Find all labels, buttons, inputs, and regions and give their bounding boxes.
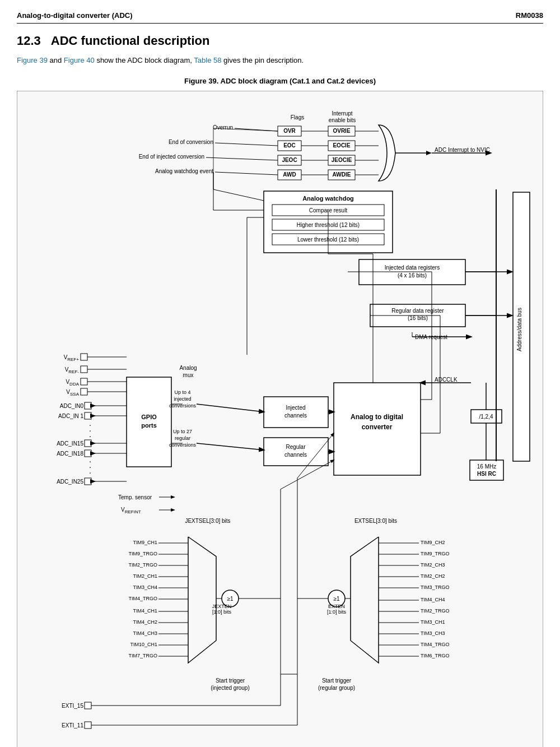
- svg-text:HSI RC: HSI RC: [477, 471, 496, 477]
- svg-text:ADC_IN15: ADC_IN15: [57, 440, 83, 447]
- svg-text:ADC Interrupt to NVIC: ADC Interrupt to NVIC: [435, 147, 490, 153]
- svg-text:TIM2_CH1: TIM2_CH1: [133, 573, 157, 579]
- svg-text:≥1: ≥1: [333, 596, 339, 602]
- svg-marker-114: [90, 414, 96, 418]
- svg-marker-28: [426, 151, 432, 155]
- svg-text:TIM4_TRGO: TIM4_TRGO: [421, 642, 450, 647]
- svg-rect-96: [81, 354, 87, 360]
- svg-text:VREF-: VREF-: [65, 366, 80, 374]
- page: Analog-to-digital converter (ADC) RM0038…: [0, 0, 560, 747]
- svg-text:mux: mux: [183, 372, 194, 378]
- svg-text:≥1: ≥1: [227, 596, 233, 602]
- svg-text:TIM3_CH3: TIM3_CH3: [421, 630, 445, 636]
- svg-line-141: [197, 404, 264, 412]
- svg-text:TIM4_CH4: TIM4_CH4: [421, 597, 445, 602]
- section-number: 12.3: [17, 34, 41, 48]
- svg-text:Analog: Analog: [179, 365, 197, 371]
- svg-text:Injected: Injected: [286, 405, 305, 411]
- svg-text:TIM4_CH1: TIM4_CH1: [133, 608, 157, 614]
- svg-text:Regular: Regular: [286, 444, 306, 450]
- svg-text:(injected group): (injected group): [211, 685, 249, 691]
- svg-text:TIM10_CH1: TIM10_CH1: [130, 642, 157, 647]
- svg-text:/1,2,4: /1,2,4: [479, 414, 493, 420]
- svg-text:Overrun: Overrun: [213, 124, 233, 131]
- section-heading: 12.3 ADC functional description: [17, 34, 543, 48]
- svg-text:TIM3_TRGO: TIM3_TRGO: [421, 584, 450, 590]
- svg-text:EOC: EOC: [283, 142, 296, 149]
- svg-text:Regular data register: Regular data register: [391, 308, 444, 314]
- svg-text:End of injected conversion: End of injected conversion: [139, 154, 204, 160]
- svg-marker-125: [90, 451, 96, 456]
- section-title: ADC functional description: [51, 34, 210, 48]
- svg-marker-121: [90, 441, 96, 446]
- svg-text:TIM4_TRGO: TIM4_TRGO: [128, 596, 157, 601]
- svg-text:TIM9_TRGO: TIM9_TRGO: [128, 551, 157, 556]
- svg-text:TIM3_CH1: TIM3_CH1: [421, 619, 445, 625]
- svg-marker-110: [90, 403, 96, 408]
- svg-text:ADC_IN0: ADC_IN0: [60, 403, 84, 409]
- svg-text:ADC_IN18: ADC_IN18: [57, 451, 83, 457]
- svg-text:OVRIE: OVRIE: [333, 128, 350, 134]
- svg-text:VREF+: VREF+: [64, 354, 80, 362]
- svg-rect-220: [85, 722, 91, 729]
- figure-title: Figure 39. ADC block diagram (Cat.1 and …: [17, 77, 543, 85]
- svg-line-38: [215, 172, 278, 175]
- svg-rect-105: [81, 388, 87, 395]
- svg-text:EOCIE: EOCIE: [333, 142, 350, 149]
- svg-text:JEOC: JEOC: [282, 157, 297, 163]
- svg-text:Analog to digital: Analog to digital: [351, 413, 403, 421]
- svg-text:TIM3_CH4: TIM3_CH4: [133, 584, 157, 590]
- header-title: Analog-to-digital converter (ADC): [17, 11, 133, 20]
- page-header: Analog-to-digital converter (ADC) RM0038: [17, 11, 543, 24]
- svg-text:End of conversion: End of conversion: [169, 139, 213, 145]
- svg-text:injected: injected: [174, 396, 191, 402]
- svg-text:TIM6_TRGO: TIM6_TRGO: [421, 653, 450, 658]
- svg-text:TIM2_CH3: TIM2_CH3: [421, 562, 445, 568]
- svg-text:TIM9_CH2: TIM9_CH2: [421, 540, 445, 545]
- svg-text:Injected data registers: Injected data registers: [385, 265, 440, 271]
- svg-text:·: ·: [89, 468, 91, 477]
- svg-marker-132: [90, 479, 96, 484]
- svg-text:Flags: Flags: [291, 114, 304, 120]
- svg-text:TIM2_CH2: TIM2_CH2: [421, 573, 445, 579]
- svg-text:ports: ports: [141, 422, 157, 429]
- svg-text:·: ·: [89, 432, 91, 440]
- svg-text:Up to 4: Up to 4: [174, 389, 190, 395]
- svg-text:JEXTSEL[3:0] bits: JEXTSEL[3:0] bits: [185, 518, 230, 524]
- adc-block-diagram: Flags Interrupt enable bits OVR OVRIE EO…: [23, 97, 543, 747]
- link-fig40[interactable]: Figure 40: [64, 56, 95, 64]
- svg-rect-217: [85, 702, 91, 709]
- svg-text:Temp. sensor: Temp. sensor: [118, 494, 152, 500]
- svg-text:EXTI_15: EXTI_15: [62, 703, 83, 709]
- svg-text:AWDIE: AWDIE: [333, 171, 351, 178]
- svg-rect-99: [81, 366, 87, 373]
- svg-text:TIM4_CH3: TIM4_CH3: [133, 630, 157, 636]
- svg-text:[1:0] bits: [1:0] bits: [212, 609, 232, 615]
- header-ref: RM0038: [516, 11, 543, 20]
- svg-text:TIM9_TRGO: TIM9_TRGO: [421, 551, 450, 556]
- svg-text:OVR: OVR: [283, 128, 296, 134]
- svg-text:channels: channels: [284, 452, 307, 458]
- svg-text:TIM2_TRGO: TIM2_TRGO: [421, 608, 450, 614]
- link-table58[interactable]: Table 58: [194, 56, 221, 64]
- svg-text:Interrupt: Interrupt: [332, 110, 352, 117]
- svg-text:TIM4_CH2: TIM4_CH2: [133, 619, 157, 625]
- svg-text:TIM2_TRGO: TIM2_TRGO: [128, 562, 157, 568]
- svg-text:GPIO: GPIO: [141, 414, 157, 420]
- svg-text:(regular group): (regular group): [318, 685, 355, 691]
- svg-text:EXTI_11: EXTI_11: [62, 722, 83, 729]
- svg-text:16 MHz: 16 MHz: [477, 463, 496, 470]
- intro-paragraph: Figure 39 and Figure 40 show the ADC blo…: [17, 55, 543, 67]
- diagram-container: Flags Interrupt enable bits OVR OVRIE EO…: [17, 91, 543, 747]
- svg-text:enable bits: enable bits: [329, 117, 356, 123]
- svg-line-48: [213, 189, 264, 201]
- svg-text:(4 x 16 bits): (4 x 16 bits): [398, 272, 427, 279]
- svg-text:converter: converter: [362, 423, 393, 431]
- svg-line-34: [215, 143, 278, 146]
- link-fig39[interactable]: Figure 39: [17, 56, 48, 64]
- svg-text:Address/data bus: Address/data bus: [516, 308, 522, 351]
- svg-text:EXTSEL[3:0] bits: EXTSEL[3:0] bits: [354, 518, 397, 524]
- svg-text:(16 bits): (16 bits): [408, 315, 428, 321]
- svg-text:channels: channels: [284, 412, 307, 419]
- svg-text:regular: regular: [175, 435, 190, 441]
